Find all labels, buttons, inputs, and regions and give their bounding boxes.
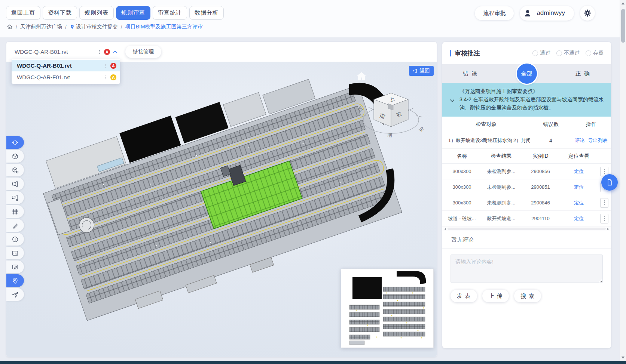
user-menu[interactable]: adminwyy (520, 6, 574, 21)
scroll-down-arrow[interactable] (622, 357, 625, 359)
map-pin-icon (12, 277, 19, 284)
view-cube[interactable]: 上 前 右 南 西 东 (357, 87, 427, 139)
tool-grid[interactable] (6, 205, 24, 218)
breadcrumb-current-page: 项目BIM模型及施工图第三方评审 (125, 24, 203, 30)
file-status-badge: A (110, 63, 116, 69)
locate-target-icon (12, 139, 19, 146)
measure-ruler-icon (12, 222, 19, 229)
rule-description: 《万达商业项目施工图审查要点》 3.4-2 在车道敞开段终端及车道底部应设置与坡… (442, 83, 611, 117)
tool-info[interactable] (6, 233, 24, 246)
viewcube-south-label: 南 (387, 132, 393, 138)
chart-board-icon (12, 250, 19, 257)
publish-button[interactable]: 发 表 (451, 290, 477, 302)
home-view-icon[interactable] (355, 71, 367, 84)
tab-correct[interactable]: 正 确 (555, 70, 611, 77)
page-scroll-thumb[interactable] (621, 9, 625, 43)
scroll-left-arrow[interactable] (444, 228, 446, 230)
window-bottom-edge (0, 361, 626, 364)
minimap[interactable] (341, 269, 434, 348)
breadcrumb-project[interactable]: 天津蓟州万达广场 (20, 24, 62, 30)
tool-send-plane[interactable] (6, 288, 24, 301)
locate-link[interactable]: 定位 (574, 200, 584, 206)
tool-model-cube-link[interactable] (6, 164, 24, 176)
group-table-header: 检查对象 错误数 操作 (442, 117, 611, 132)
row-more-button[interactable] (600, 214, 608, 223)
dropdown-item-f01[interactable]: WDGC-Q-AR-F01.rvt A (12, 71, 120, 83)
tool-section-box-link[interactable] (6, 191, 24, 204)
home-icon[interactable] (7, 24, 13, 30)
review-annotation-panel: 审核批注 通过 不通过 存疑 错 误 正 确 全部 《万达商业项目施工图审查要点… (442, 42, 611, 348)
gear-icon (583, 9, 592, 17)
selected-file-label: WDGC-Q-AR-B01.rvt (15, 49, 95, 55)
tool-measure-ruler[interactable] (6, 219, 24, 232)
scroll-up-arrow[interactable] (622, 2, 625, 4)
rule-text: 3.4-2 在车道敞开段终端及车道底部应设置与坡道同宽的截流水沟、耐轮压的金属沟… (459, 95, 606, 112)
tool-map-pin[interactable] (6, 274, 24, 287)
radio-fail[interactable]: 不通过 (556, 50, 580, 56)
user-avatar-icon (522, 7, 533, 19)
info-icon (12, 236, 19, 243)
locate-link[interactable]: 定位 (574, 169, 584, 174)
table-row: 300x300 未检测到参... 2900856 定位 (442, 164, 611, 179)
tool-section-box[interactable] (6, 178, 24, 190)
row-more-button[interactable] (600, 198, 608, 208)
document-icon (606, 179, 613, 186)
scroll-right-arrow[interactable] (607, 228, 609, 230)
flow-approval-button[interactable]: 流程审批 (475, 6, 514, 20)
location-pin-icon (70, 24, 75, 30)
tool-model-cube[interactable] (6, 150, 24, 163)
file-status-badge: A (110, 74, 116, 80)
table-row: 300x300 未检测到参... 2900846 定位 (442, 195, 611, 211)
3d-viewport[interactable]: 返回 上 前 右 南 西 东 (6, 62, 437, 357)
tool-markup-edit[interactable] (6, 260, 24, 273)
tab-errors[interactable]: 错 误 (442, 70, 498, 77)
section-box-link-icon (12, 194, 19, 201)
viewcube-west-label: 西 (357, 106, 364, 112)
bim-viewer-card: WDGC-Q-AR-B01.rvt A 链接管理 WDGC-Q-AR-B01.r… (6, 42, 437, 357)
breadcrumb-submit-stage[interactable]: 设计审核文件提交 (70, 24, 118, 30)
verdict-radio-group: 通过 不通过 存疑 (532, 50, 604, 56)
tab-all[interactable]: 全部 (517, 64, 537, 84)
radio-pass[interactable]: 通过 (532, 50, 550, 56)
tab-rule-review[interactable]: 规则审查 (116, 6, 150, 20)
export-document-button[interactable] (601, 174, 618, 191)
model-file-select[interactable]: WDGC-Q-AR-B01.rvt A (12, 46, 119, 58)
kebab-dots-icon (104, 75, 108, 80)
page-scrollbar[interactable] (620, 0, 626, 361)
dropdown-item-b01[interactable]: WDGC-Q-AR-B01.rvt A (12, 60, 120, 71)
radio-doubt[interactable]: 存疑 (586, 50, 604, 56)
error-count: 4 (530, 138, 571, 144)
breadcrumb: / 天津蓟州万达广场 / 设计审核文件提交 / 项目BIM模型及施工图第三方评审 (7, 24, 203, 30)
export-list-link[interactable]: 导出列表 (588, 137, 608, 144)
collapse-chevron-icon[interactable] (450, 96, 455, 105)
search-button[interactable]: 搜 索 (514, 290, 541, 302)
tab-rule-list[interactable]: 规则列表 (79, 6, 114, 20)
chevron-up-icon[interactable] (112, 49, 118, 55)
locate-link[interactable]: 定位 (574, 184, 584, 190)
scroll-thumb[interactable] (448, 228, 606, 230)
send-plane-icon (12, 291, 19, 298)
tab-data-download[interactable]: 资料下载 (43, 6, 77, 20)
settings-button[interactable] (580, 6, 595, 21)
rule-source: 《万达商业项目施工图审查要点》 (459, 87, 606, 95)
table-horizontal-scrollbar[interactable] (442, 226, 611, 231)
tab-data-analysis[interactable]: 数据分析 (189, 6, 224, 20)
locate-link[interactable]: 定位 (574, 216, 584, 221)
tab-review-statistics[interactable]: 审查统计 (153, 6, 187, 20)
grid-icon (12, 208, 19, 215)
table-row: 坡道 - 砼坡... 敞开式坡道... 2901110 定位 (442, 211, 611, 226)
section-box-icon (12, 181, 19, 188)
tool-locate-target[interactable] (6, 136, 24, 149)
viewcube-east-label: 东 (418, 126, 425, 133)
tool-chart-board[interactable] (6, 247, 24, 259)
viewer-back-button[interactable]: 返回 (409, 66, 434, 76)
model-file-dropdown: WDGC-Q-AR-B01.rvt A WDGC-Q-AR-F01.rvt A (12, 59, 120, 84)
check-object-label: 1）敞开坡道设3耐轮压排水沟 2）封闭式 (442, 137, 530, 144)
upload-button[interactable]: 上 传 (482, 290, 509, 302)
link-manage-button[interactable]: 链接管理 (125, 46, 161, 58)
comment-link[interactable]: 评论 (575, 137, 585, 144)
comment-input[interactable] (451, 255, 603, 283)
exit-icon (413, 68, 418, 73)
tab-back-to-home[interactable]: 返回上页 (6, 6, 40, 20)
nav-tabs: 返回上页 资料下载 规则列表 规则审查 审查统计 数据分析 (6, 6, 224, 20)
